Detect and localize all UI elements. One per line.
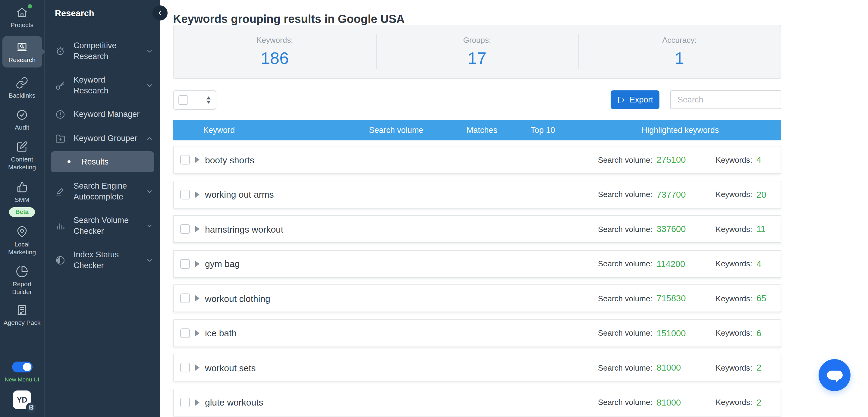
table-row[interactable]: ice bath Search volume: 151000 Keywords:… [173,319,781,347]
export-label: Export [629,95,653,104]
table-row[interactable]: gym bag Search volume: 114200 Keywords: … [173,250,781,278]
group-keyword: workout clothing [205,293,270,303]
rail-item-label: Projects [10,21,33,29]
building-icon [16,303,28,316]
user-avatar[interactable]: YD ⚙ [13,390,31,409]
stat-value: 186 [261,49,289,68]
search-volume-value: 151000 [657,328,698,338]
submenu-item-index-status-checker[interactable]: Index Status Checker [44,243,160,278]
expand-caret-icon[interactable] [195,157,199,163]
sidebar-collapse-button[interactable] [153,5,167,21]
row-checkbox[interactable] [180,190,190,199]
new-menu-ui-toggle[interactable] [12,361,32,373]
index-status-icon [55,255,66,266]
rail-item-audit[interactable]: Audit [2,108,42,131]
rail-item-smm[interactable]: SMM Beta [2,181,42,217]
keywords-count-value: 6 [756,328,769,338]
column-header-keyword: Keyword [203,126,235,135]
submenu-item-results-active[interactable]: Results [51,151,154,172]
rail-item-label: Agency Pack [4,318,41,326]
row-metrics: Search volume: 81000 Keywords: 2 [598,397,769,407]
search-input[interactable] [670,90,781,109]
keywords-count-value: 4 [756,155,769,164]
chevron-down-icon [146,47,153,55]
table-header: Keyword Search volume Matches Top 10 Hig… [173,120,781,140]
submenu-list: Competitive Research Keyword Research Ke… [44,34,160,278]
keywords-count-label: Keywords: [716,363,752,372]
sort-stepper[interactable] [206,96,211,104]
submenu-item-competitive-research[interactable]: Competitive Research [44,34,160,68]
search-volume-label: Search volume: [598,398,652,407]
submenu-item-keyword-research[interactable]: Keyword Research [44,68,160,102]
row-metrics: Search volume: 81000 Keywords: 2 [598,363,769,373]
rail-item-agency-pack[interactable]: Agency Pack [2,303,42,326]
table-row[interactable]: hamstrings workout Search volume: 337600… [173,215,781,243]
submenu-item-keyword-grouper[interactable]: Keyword Grouper [44,127,160,151]
bulk-select-control[interactable] [173,90,216,110]
rail-item-backlinks[interactable]: Backlinks [2,76,42,99]
row-checkbox[interactable] [180,259,190,268]
row-checkbox[interactable] [180,224,190,234]
stat-label: Groups: [463,36,491,44]
row-metrics: Search volume: 275100 Keywords: 4 [598,155,769,164]
expand-caret-icon[interactable] [195,191,199,197]
table-row[interactable]: glute workouts Search volume: 81000 Keyw… [173,388,781,416]
export-button[interactable]: Export [611,90,659,109]
keywords-count-value: 11 [756,224,769,234]
stat-value: 1 [675,49,684,68]
search-volume-label: Search volume: [598,155,652,164]
expand-caret-icon[interactable] [195,295,199,301]
rail-item-local-marketing[interactable]: Local Marketing [2,225,42,256]
table-row[interactable]: working out arms Search volume: 737700 K… [173,181,781,208]
stat-label: Keywords: [256,36,293,44]
rail-item-label: Local Marketing [2,240,42,256]
row-checkbox[interactable] [180,155,190,164]
rail-item-label: Backlinks [9,92,36,99]
row-checkbox[interactable] [180,328,190,338]
row-metrics: Search volume: 151000 Keywords: 6 [598,328,769,338]
row-checkbox[interactable] [180,293,190,303]
row-metrics: Search volume: 114200 Keywords: 4 [598,259,769,268]
keywords-count-value: 2 [756,363,769,373]
table-row[interactable]: booty shorts Search volume: 275100 Keywo… [173,146,781,173]
group-keyword: working out arms [205,189,274,199]
table-row[interactable]: workout sets Search volume: 81000 Keywor… [173,354,781,381]
rail-item-content-marketing[interactable]: Content Marketing [2,141,42,171]
keywords-count-value: 4 [756,259,769,268]
expand-caret-icon[interactable] [195,364,199,371]
submenu-item-keyword-manager[interactable]: Keyword Manager [44,102,160,127]
expand-caret-icon[interactable] [195,399,199,405]
folder-plus-icon [55,133,66,144]
search-volume-label: Search volume: [598,294,652,303]
toggle-knob [23,363,31,371]
stats-bar: Keywords: 186 Groups: 17 Accuracy: 1 [173,25,781,79]
row-checkbox[interactable] [180,397,190,407]
chevron-down-icon [146,222,153,230]
rail-item-label: Research [8,56,36,63]
rail-item-research[interactable]: Research [2,36,42,67]
submenu-item-search-volume-checker[interactable]: Search Volume Checker [44,209,160,243]
expand-caret-icon[interactable] [195,261,199,267]
arrow-down-icon [206,101,211,104]
chevron-down-icon [146,188,153,195]
row-checkbox[interactable] [180,363,190,373]
thumbs-up-icon [16,181,28,193]
page-title: Keywords grouping results in Google USA [173,12,405,26]
group-keyword: ice bath [205,328,237,338]
submenu-item-label: Keyword Manager [73,109,153,120]
search-volume-value: 81000 [657,363,698,373]
group-keyword: booty shorts [205,155,254,165]
bullet-icon [67,160,70,163]
settings-gear-icon[interactable]: ⚙ [26,403,36,413]
submenu-item-search-engine-autocomplete[interactable]: Search Engine Autocomplete [44,174,160,208]
pie-chart-icon [16,265,28,278]
table-row[interactable]: workout clothing Search volume: 715830 K… [173,284,781,312]
expand-caret-icon[interactable] [195,226,199,232]
expand-caret-icon[interactable] [195,330,199,336]
chat-widget-button[interactable] [818,359,850,391]
rail-item-projects[interactable]: Projects [2,6,42,29]
submenu-subitem-label: Results [82,157,108,166]
select-all-checkbox[interactable] [179,95,188,105]
research-icon [16,41,28,53]
rail-item-report-builder[interactable]: Report Builder [2,265,42,296]
